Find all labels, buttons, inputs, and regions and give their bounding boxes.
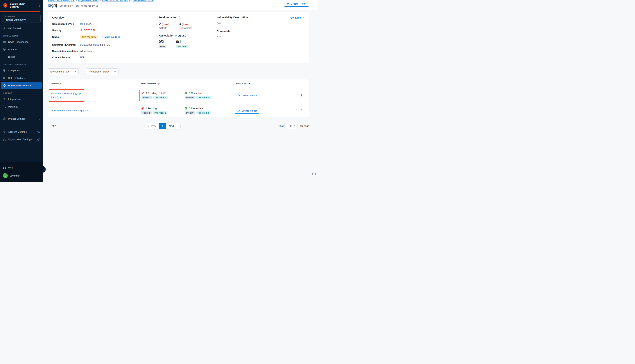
artifact-link[interactable]: tejakummarikuntla/easy-buggy-app <box>51 109 89 112</box>
table-row: lavakush07/easy-buggy-app (newi) <box>48 86 309 104</box>
section-label-risk-compliance: RISK AND COMPLIANCE <box>0 61 43 67</box>
annotation-highlight-pending: 1 Pending (1 new) Prod: 1 Pre-Prod: 0 <box>139 90 170 101</box>
preprod-progress-stat: 0/1 Pre-Prod <box>176 40 188 48</box>
mark-as-done-button[interactable]: ✓ Mark as done <box>101 36 120 38</box>
row-menu-kebab-icon[interactable]: ⋮ <box>297 109 306 112</box>
remediation-status-dropdown[interactable]: Remediation Status <box>86 68 118 75</box>
next-page-button[interactable]: Next → <box>166 123 180 129</box>
sidebar-item-rule-definitions[interactable]: Rule Definitions <box>0 74 43 82</box>
help-button[interactable]: Help <box>3 164 40 171</box>
nav-label: Organization Settings <box>8 138 32 141</box>
info-icon[interactable]: i <box>38 138 40 140</box>
user-menu[interactable]: L Lavakush <box>3 171 40 179</box>
annotation-highlight-artifact: lavakush07/easy-buggy-app (newi) <box>49 89 84 102</box>
collapse-button[interactable]: Collapse <box>291 16 304 19</box>
prod-badge: Prod: 0 <box>185 111 195 114</box>
nav-label: Get Started <box>8 27 21 30</box>
package-cube-icon <box>3 48 6 51</box>
infinity-icon: ∞ <box>3 56 6 58</box>
sidebar-item-artifacts[interactable]: Artifacts <box>0 46 43 53</box>
project-selector[interactable]: PROJECT Product Exploratory <box>2 14 41 23</box>
sidebar-item-code-repositories[interactable]: Code Repositories <box>0 38 43 46</box>
page-number-button[interactable]: 1 <box>159 123 166 129</box>
plug-icon <box>3 98 6 100</box>
time-label: Start time | End time: <box>52 44 80 46</box>
total-impacted-panel: Total Impacted i 2(1 new) Artifacts 3(1 … <box>147 16 210 59</box>
create-ticket-cell: Create Ticket <box>235 93 297 98</box>
condition-value: All Versions <box>80 50 93 52</box>
nav-label: Pipelines <box>8 105 18 108</box>
row-menu-kebab-icon[interactable]: ⋮ <box>297 94 306 97</box>
account-icon <box>3 130 6 133</box>
main-content: Account: Automation-SSCA › Organization:… <box>43 0 317 182</box>
sidebar-item-organization-settings[interactable]: Organization Settings i <box>0 136 43 143</box>
create-ticket-cell: Create Ticket <box>235 108 297 114</box>
sidebar-item-compliance[interactable]: Compliance <box>0 67 43 74</box>
sidebar-item-cicd[interactable]: ∞ CI/CD <box>0 53 43 61</box>
page-title: log4j <box>48 3 57 8</box>
gear-icon <box>3 117 6 120</box>
component-cve-label: Component | CVE : <box>52 22 80 25</box>
sidebar-item-account-settings[interactable]: Account Settings i <box>0 128 43 136</box>
ticket-diamond-icon <box>237 109 240 112</box>
prev-page-button[interactable]: ← Prev <box>145 123 159 129</box>
sidebar-footer: Help L Lavakush <box>0 162 43 182</box>
column-header-artifact[interactable]: ARTIFACT ▲ <box>51 82 141 84</box>
breadcrumb-separator: › <box>100 0 101 2</box>
app-title: Supply Chain Security <box>10 2 25 8</box>
prod-progress-stat: 0/2 Prod <box>159 40 166 48</box>
section-label-manage: MANAGE <box>0 89 43 96</box>
breadcrumb-link-remediation-tracker[interactable]: Remediation Tracker <box>133 0 154 2</box>
pending-cell: 2 Pending Prod: 1 Pre-Prod: 1 <box>141 107 185 114</box>
info-icon[interactable]: i <box>179 16 181 19</box>
artifact-cell: lavakush07/easy-buggy-app (newi) <box>51 89 141 102</box>
condition-label: Remediation condition: <box>52 50 80 52</box>
nav-label: Code Repositories <box>8 40 29 43</box>
preprod-badge: Pre-Prod: 0 <box>196 96 211 99</box>
page-size-select[interactable]: 20 <box>287 123 297 129</box>
new-count: (1 new) <box>159 92 166 94</box>
pending-cell: 1 Pending (1 new) Prod: 1 Pre-Prod: 0 <box>141 91 185 100</box>
breadcrumb-separator: › <box>76 0 77 2</box>
chevron-left-icon: ‹ <box>44 168 45 171</box>
environment-type-dropdown[interactable]: Environment Type <box>48 68 79 75</box>
create-ticket-button[interactable]: Create Ticket <box>284 1 309 6</box>
ticket-diamond-icon <box>237 94 240 97</box>
sidebar-item-get-started[interactable]: Get Started <box>0 24 43 32</box>
breadcrumb-link-organization[interactable]: Organization: default <box>78 0 99 2</box>
breadcrumb-link-project[interactable]: Project: Product Exploratory <box>102 0 130 2</box>
remediation-progress-heading: Remediation Progress <box>159 34 210 37</box>
severity-label: Severity: <box>52 29 80 32</box>
preprod-badge: Pre-Prod: 0 <box>196 111 211 114</box>
contact-label: Contact Person: <box>52 56 80 59</box>
info-icon[interactable]: i <box>38 131 40 133</box>
nav-label: Integrations <box>8 98 21 100</box>
info-icon[interactable]: i <box>57 96 59 98</box>
create-ticket-button[interactable]: Create Ticket <box>235 108 260 114</box>
pagination-summary: 2 of 2 <box>50 124 56 127</box>
app-switcher-grid-icon[interactable] <box>38 4 40 7</box>
section-label-supply-chain: SUPPLY CHAIN <box>0 32 43 38</box>
info-icon[interactable]: i <box>157 82 160 84</box>
sidebar: Supply Chain Security PROJECT <box>0 0 43 182</box>
overview-details: Overview Component | CVE : log4j | N/A S… <box>52 16 147 59</box>
create-ticket-button[interactable]: Create Ticket <box>235 93 260 98</box>
breadcrumb-separator: › <box>131 0 132 2</box>
breadcrumb-link-account[interactable]: Account: Automation-SSCA <box>48 0 75 2</box>
sidebar-item-pipelines[interactable]: Pipelines <box>0 103 43 110</box>
impacted-deployments-stat: 3(1 new) Deployments <box>179 22 192 29</box>
artifact-link[interactable]: lavakush07/easy-buggy-app (newi) <box>51 92 82 99</box>
sidebar-item-remediation-tracker[interactable]: Remediation Tracker <box>1 82 42 89</box>
component-cve-value: log4j | N/A <box>80 22 92 25</box>
repository-icon <box>3 40 6 43</box>
nav-label: Compliance <box>8 69 21 72</box>
sidebar-item-project-settings[interactable]: Project Settings › <box>0 115 43 122</box>
sidebar-item-integrations[interactable]: Integrations <box>0 96 43 103</box>
time-value: 01/10/2025 01:08 pm | N/A <box>80 44 110 46</box>
page-header: Account: Automation-SSCA › Organization:… <box>43 0 317 10</box>
comments-heading: Comments <box>217 30 304 33</box>
support-headset-icon[interactable] <box>312 171 316 176</box>
warning-triangle-icon <box>80 29 83 32</box>
help-label: Help <box>8 166 14 169</box>
artifacts-table: ARTIFACT ▲ DEPLOYMENT i CREATE TICKET <box>48 79 309 117</box>
